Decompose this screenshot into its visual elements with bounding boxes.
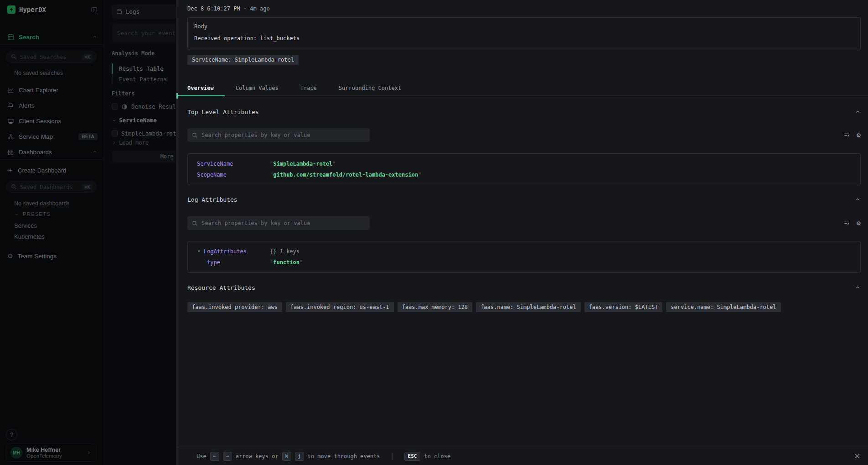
- sidebar-item-label: Search: [19, 34, 39, 41]
- user-name: Mike Heffner: [26, 447, 62, 453]
- create-dashboard-button[interactable]: Create Dashboard: [7, 165, 98, 175]
- resource-tag[interactable]: faas.name: SimpleLambda-rotel: [476, 302, 581, 312]
- presets-toggle[interactable]: PRESETS: [14, 211, 51, 217]
- grid-icon: [7, 149, 14, 156]
- chevron-down-icon: [14, 212, 19, 217]
- resource-tag[interactable]: faas.max_memory: 128: [398, 302, 473, 312]
- chevron-right-icon: [112, 141, 116, 145]
- table-row[interactable]: ScopeName "github.com/streamfold/rotel-l…: [188, 169, 860, 180]
- top-level-attr-search-input[interactable]: [202, 132, 365, 138]
- saved-dashboards-input[interactable]: [20, 184, 79, 190]
- chevron-up-icon[interactable]: [855, 109, 861, 115]
- denoise-filter-row[interactable]: Denoise Results: [112, 103, 183, 110]
- sidebar-item-team-settings[interactable]: ⚙ Team Settings: [7, 251, 98, 261]
- half-circle-icon: [121, 104, 128, 110]
- sidebar-item-client-sessions[interactable]: Client Sessions: [7, 116, 98, 126]
- collapse-sidebar-icon[interactable]: [91, 6, 98, 13]
- divider: [392, 453, 393, 460]
- section-title: Log Attributes: [187, 196, 238, 203]
- j-key: j: [295, 452, 304, 461]
- collapse-lines-icon[interactable]: [843, 219, 850, 227]
- saved-searches-searchbox[interactable]: ⌘K: [6, 51, 97, 63]
- chart-icon: [7, 87, 14, 94]
- top-level-attr-searchbox[interactable]: [187, 128, 370, 142]
- gear-icon[interactable]: ⚙: [857, 132, 861, 139]
- event-detail-drawer: Dec 8 6:10:27 PM · 4m ago Body Received …: [176, 0, 868, 465]
- chevron-up-icon[interactable]: [855, 285, 861, 291]
- tab-overview[interactable]: Overview: [176, 80, 225, 96]
- filter-group-servicename[interactable]: ServiceName: [112, 117, 157, 124]
- load-more-button[interactable]: Load more: [112, 140, 149, 146]
- help-button[interactable]: ?: [6, 429, 17, 440]
- saved-searches-input[interactable]: [20, 54, 79, 60]
- attr-key: ServiceName: [197, 161, 270, 167]
- chevron-up-icon[interactable]: [92, 34, 98, 40]
- gear-icon[interactable]: ⚙: [857, 220, 861, 227]
- keys-count: {} 1 keys: [270, 248, 300, 255]
- preset-item-kubernetes[interactable]: Kubernetes: [14, 233, 45, 240]
- preset-item-services[interactable]: Services: [14, 222, 37, 229]
- sidebar-item-label: Client Sessions: [19, 118, 61, 125]
- tree-root-row[interactable]: LogAttributes {} 1 keys: [188, 246, 860, 257]
- sidebar-item-search[interactable]: Search: [7, 32, 98, 42]
- tab-trace[interactable]: Trace: [289, 80, 328, 96]
- resource-tag[interactable]: service.name: SimpleLambda-rotel: [666, 302, 780, 312]
- service-checkbox[interactable]: [112, 131, 118, 136]
- sidebar-item-dashboards[interactable]: Dashboards: [7, 147, 98, 157]
- sidebar-item-alerts[interactable]: Alerts: [7, 100, 98, 110]
- resource-tag[interactable]: faas.invoked_provider: aws: [187, 302, 282, 312]
- close-icon[interactable]: [854, 453, 861, 460]
- tab-surrounding-context[interactable]: Surrounding Context: [328, 80, 412, 96]
- tab-column-values[interactable]: Column Values: [225, 80, 289, 96]
- service-name-tag[interactable]: ServiceName: SimpleLambda-rotel: [187, 55, 299, 65]
- saved-dashboards-searchbox[interactable]: ⌘K: [6, 181, 97, 193]
- drawer-tabs: Overview Column Values Trace Surrounding…: [176, 80, 868, 96]
- denoise-label: Denoise Results: [131, 103, 183, 110]
- table-row[interactable]: ServiceName "SimpleLambda-rotel": [188, 158, 860, 169]
- log-attr-searchbox[interactable]: [187, 216, 370, 230]
- no-saved-searches-text: No saved searches: [14, 70, 63, 76]
- footer-text: to close: [424, 453, 450, 460]
- sidebar-item-service-map[interactable]: Service Map BETA: [7, 131, 98, 141]
- drawer-footer: Use ← → arrow keys or k j to move throug…: [176, 447, 868, 465]
- app-title: HyperDX: [19, 6, 46, 13]
- event-body-box: Body Received operation: list_buckets: [187, 17, 861, 50]
- attr-key: type: [197, 259, 270, 266]
- sidebar-item-chart-explorer[interactable]: Chart Explorer: [7, 85, 98, 95]
- chevron-up-icon[interactable]: [92, 149, 98, 155]
- sidebar-item-label: Chart Explorer: [19, 87, 58, 94]
- user-menu[interactable]: MH Mike Heffner OpenTelemetry: [6, 444, 97, 462]
- chevron-down-icon: [112, 118, 117, 123]
- resource-attributes-header[interactable]: Resource Attributes: [187, 284, 861, 291]
- attr-key: LogAttributes: [197, 248, 270, 255]
- footer-text: to move through events: [308, 453, 380, 460]
- footer-text: arrow keys or: [236, 453, 279, 460]
- load-more-label: Load more: [119, 140, 149, 146]
- resource-attribute-tags: faas.invoked_provider: aws faas.invoked_…: [187, 302, 861, 312]
- attr-value: "github.com/streamfold/rotel-lambda-exte…: [270, 172, 421, 178]
- log-attr-search-input[interactable]: [202, 220, 365, 226]
- avatar: MH: [10, 447, 22, 459]
- filter-value-row[interactable]: SimpleLambda-rotel: [112, 130, 183, 137]
- presets-label: PRESETS: [23, 211, 51, 217]
- resource-tag[interactable]: faas.invoked_region: us-east-1: [286, 302, 394, 312]
- hyperdx-logo-icon: [7, 5, 16, 14]
- log-attributes-header[interactable]: Log Attributes: [187, 196, 861, 203]
- shortcut-badge: ⌘K: [82, 184, 93, 190]
- top-level-attributes-table: ServiceName "SimpleLambda-rotel" ScopeNa…: [187, 153, 861, 185]
- bell-icon: [7, 102, 14, 109]
- no-saved-dashboards-text: No saved dashboards: [14, 200, 70, 207]
- caret-down-icon[interactable]: [197, 249, 201, 253]
- filter-value-label: SimpleLambda-rotel: [121, 130, 183, 137]
- table-row[interactable]: type "function": [188, 257, 860, 268]
- denoise-checkbox[interactable]: [112, 104, 118, 110]
- resource-tag[interactable]: faas.version: $LATEST: [584, 302, 663, 312]
- sidebar-item-label: Alerts: [19, 102, 35, 109]
- user-org: OpenTelemetry: [26, 453, 62, 459]
- collapse-lines-icon[interactable]: [843, 131, 850, 139]
- search-panel-icon: [7, 34, 14, 41]
- top-level-attributes-header[interactable]: Top Level Attributes: [187, 109, 861, 115]
- divider: [0, 44, 104, 45]
- chevron-up-icon[interactable]: [855, 197, 861, 203]
- plus-icon: [7, 167, 13, 173]
